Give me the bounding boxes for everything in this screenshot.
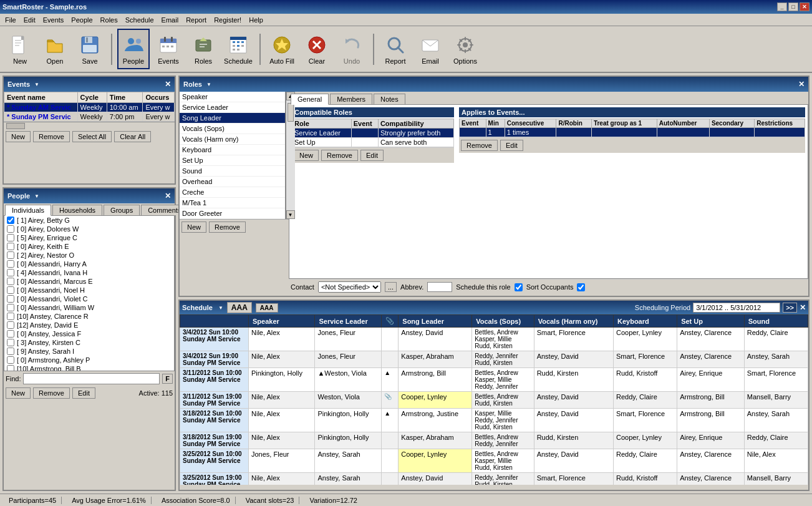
people-list-item[interactable]: [ 0] Alessandri, Marcus E bbox=[4, 277, 174, 286]
schedule-vocals-sops-cell[interactable]: Bettles, AndrewKasper, MillieRudd, Kirst… bbox=[472, 449, 534, 473]
tab-individuals[interactable]: Individuals bbox=[5, 205, 51, 216]
schedule-service-leader-cell[interactable]: Weston, Viola bbox=[315, 392, 382, 409]
schedule-table-wrap[interactable]: Speaker Service Leader 📎 Song Leader Voc… bbox=[180, 314, 808, 485]
minimize-btn[interactable]: _ bbox=[777, 2, 787, 11]
roles-scrollbar[interactable]: ▲ ▼ bbox=[286, 92, 294, 219]
schedule-row[interactable]: 3/18/2012 Sun 19:00Sunday PM Service Nil… bbox=[180, 432, 808, 449]
people-checkbox[interactable] bbox=[7, 339, 14, 346]
schedule-row[interactable]: 3/11/2012 Sun 10:00Sunday AM Service Pin… bbox=[180, 368, 808, 392]
schedule-vocals-sops-cell[interactable]: Reddy, JenniferRudd, Kirsten bbox=[472, 473, 534, 485]
schedule-vocals-harm-cell[interactable]: Anstey, David bbox=[534, 392, 613, 409]
menu-events[interactable]: Events bbox=[39, 15, 68, 25]
events-remove-btn[interactable]: Remove bbox=[33, 131, 70, 142]
people-checkbox[interactable] bbox=[7, 260, 14, 268]
roles-list-item[interactable]: Door Greeter bbox=[180, 208, 285, 219]
schedule-song-leader-cell[interactable]: Armstrong, Justine bbox=[399, 409, 472, 432]
find-button[interactable]: F bbox=[162, 374, 173, 384]
people-checkbox[interactable] bbox=[7, 348, 14, 355]
maximize-btn[interactable]: □ bbox=[788, 2, 798, 11]
people-checkbox[interactable] bbox=[7, 321, 14, 329]
schedule-service-leader-cell[interactable]: Pinkington, Holly bbox=[315, 409, 382, 432]
people-checkbox[interactable] bbox=[7, 251, 14, 259]
roles-list-item[interactable]: Sound bbox=[180, 166, 285, 177]
schedule-service-leader-cell[interactable]: Jones, Fleur bbox=[315, 351, 382, 368]
report-button[interactable]: Report bbox=[379, 29, 412, 69]
schedule-button[interactable]: Schedule bbox=[222, 29, 254, 69]
people-close-icon[interactable]: ✕ bbox=[165, 192, 171, 200]
new-button[interactable]: New bbox=[4, 29, 36, 69]
schedule-vocals-sops-cell[interactable]: Bettles, AndrewKasper, MillieReddy, Jenn… bbox=[472, 368, 534, 392]
schedule-keyboard-cell[interactable]: Cooper, Lynley bbox=[613, 432, 677, 449]
people-list-item[interactable]: [ 0] Airey, Keith E bbox=[4, 242, 174, 251]
events-selectall-btn[interactable]: Select All bbox=[72, 131, 112, 142]
people-checkbox[interactable] bbox=[7, 295, 14, 303]
schedule-vocals-harm-cell[interactable]: Anstey, David bbox=[534, 409, 613, 432]
period-input[interactable] bbox=[693, 303, 780, 313]
people-checkbox[interactable] bbox=[7, 234, 14, 241]
tab-general[interactable]: General bbox=[291, 94, 329, 105]
schedule-song-leader-cell[interactable]: Anstey, David bbox=[399, 473, 472, 485]
schedule-keyboard-cell[interactable]: Smart, Florence bbox=[613, 351, 677, 368]
options-button[interactable]: Options bbox=[449, 29, 481, 69]
people-checkbox[interactable] bbox=[7, 356, 14, 364]
schedule-vocals-harm-cell[interactable]: Smart, Florence bbox=[534, 328, 613, 351]
people-checkbox[interactable] bbox=[7, 365, 14, 371]
schedule-song-leader-cell[interactable]: Kasper, Abraham bbox=[399, 351, 472, 368]
schedule-dropdown-icon[interactable]: ▼ bbox=[218, 305, 223, 311]
schedule-song-leader-cell[interactable]: Anstey, David bbox=[399, 328, 472, 351]
events-clearall-btn[interactable]: Clear All bbox=[114, 131, 151, 142]
schedule-sound-cell[interactable]: Mansell, Barry bbox=[744, 473, 808, 485]
schedule-speaker-cell[interactable]: Jones, Fleur bbox=[249, 449, 315, 473]
people-edit-btn[interactable]: Edit bbox=[72, 387, 95, 399]
schedule-service-leader-cell[interactable]: ▲Weston, Viola bbox=[315, 368, 382, 392]
compat-new-btn[interactable]: New bbox=[294, 150, 319, 161]
schedule-vocals-harm-cell[interactable]: Anstey, David bbox=[534, 449, 613, 473]
tab-notes[interactable]: Notes bbox=[374, 94, 405, 104]
contact-browse-btn[interactable]: ... bbox=[385, 282, 397, 292]
scroll-thumb[interactable] bbox=[288, 103, 294, 122]
schedule-service-leader-cell[interactable]: Pinkington, Holly bbox=[315, 432, 382, 449]
hscroll-thumb[interactable] bbox=[6, 123, 25, 129]
open-button[interactable]: Open bbox=[39, 29, 71, 69]
people-list-item[interactable]: [ 5] Airey, Enrique C bbox=[4, 233, 174, 242]
events-hscroll[interactable] bbox=[4, 122, 175, 129]
people-list-item[interactable]: [10] Anstey, Clarence R bbox=[4, 312, 174, 321]
roles-list-item[interactable]: Set Up bbox=[180, 155, 285, 166]
applies-edit-btn[interactable]: Edit bbox=[500, 140, 523, 151]
menu-register[interactable]: Register! bbox=[210, 15, 245, 25]
schedule-sound-cell[interactable]: Reddy, Claire bbox=[744, 432, 808, 449]
schedule-speaker-cell[interactable]: Nile, Alex bbox=[249, 432, 315, 449]
people-list-item[interactable]: [ 0] Airey, Dolores W bbox=[4, 225, 174, 233]
people-list-item[interactable]: [ 0] Alessandri, Noel H bbox=[4, 286, 174, 294]
schedule-keyboard-cell[interactable]: Rudd, Kristoff bbox=[613, 473, 677, 485]
schedule-keyboard-cell[interactable]: Smart, Florence bbox=[613, 409, 677, 432]
roles-list-item[interactable]: Creche bbox=[180, 187, 285, 198]
schedule-close-icon[interactable]: ✕ bbox=[800, 303, 806, 312]
roles-list[interactable]: SpeakerService LeaderSong LeaderVocals (… bbox=[180, 92, 286, 219]
people-checkbox[interactable] bbox=[7, 217, 14, 224]
people-list-item[interactable]: [ 0] Alessandri, Harry A bbox=[4, 260, 174, 268]
undo-button[interactable]: Undo bbox=[336, 29, 368, 69]
schedule-song-leader-cell[interactable]: Kasper, Abraham bbox=[399, 432, 472, 449]
email-button[interactable]: Email bbox=[414, 29, 447, 69]
schedule-speaker-cell[interactable]: Pinkington, Holly bbox=[249, 368, 315, 392]
menu-people[interactable]: People bbox=[67, 15, 96, 25]
people-list[interactable]: [ 1] Airey, Betty G[ 0] Airey, Dolores W… bbox=[4, 215, 175, 371]
scroll-down-icon[interactable]: ▼ bbox=[286, 210, 295, 219]
find-input[interactable] bbox=[23, 373, 160, 384]
tab-households[interactable]: Households bbox=[52, 205, 102, 215]
schedule-vocals-sops-cell[interactable]: Bettles, AndrewReddy, Jennifer bbox=[472, 432, 534, 449]
schedule-row[interactable]: 3/4/2012 Sun 19:00Sunday PM Service Nile… bbox=[180, 351, 808, 368]
roles-list-item[interactable]: M/Tea 1 bbox=[180, 198, 285, 208]
roles-list-item[interactable]: Overhead bbox=[180, 177, 285, 187]
roles-list-item[interactable]: Speaker bbox=[180, 92, 285, 102]
schedule-setup-cell[interactable]: Anstey, Clarence bbox=[677, 473, 745, 485]
contact-select[interactable]: <Not Specified> bbox=[318, 281, 381, 293]
schedule-service-leader-cell[interactable]: Anstey, Sarah bbox=[315, 449, 382, 473]
roles-list-item[interactable]: Song Leader bbox=[180, 113, 285, 124]
schedule-song-leader-cell[interactable]: Cooper, Lynley bbox=[399, 392, 472, 409]
menu-roles[interactable]: Roles bbox=[97, 15, 122, 25]
schedule-setup-cell[interactable]: Anstey, Clarence bbox=[677, 449, 745, 473]
roles-close-icon[interactable]: ✕ bbox=[798, 80, 805, 89]
schedule-service-leader-cell[interactable]: Jones, Fleur bbox=[315, 328, 382, 351]
